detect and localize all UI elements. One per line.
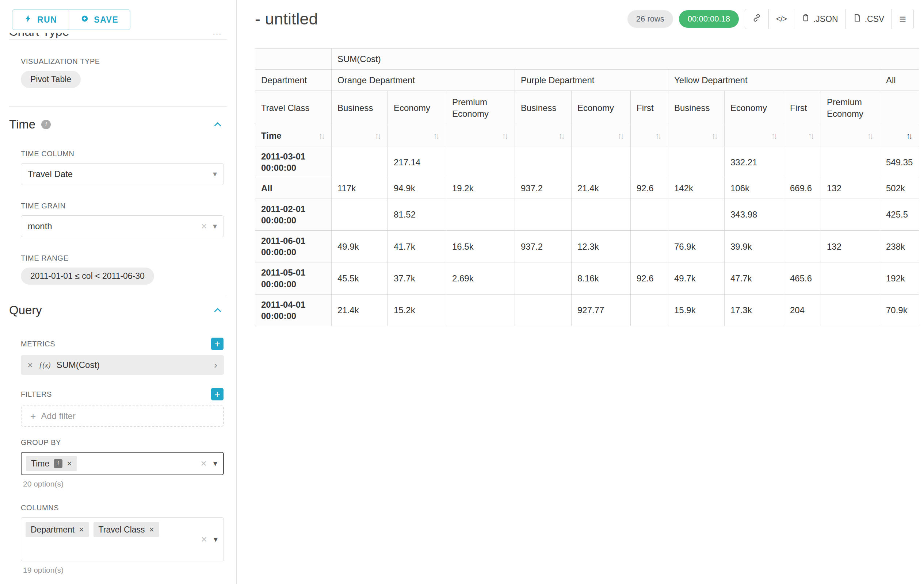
time-range-pill[interactable]: 2011-01-01 ≤ col < 2011-06-30 <box>21 268 154 285</box>
visualization-type-pill[interactable]: Pivot Table <box>21 71 81 88</box>
sort-icon[interactable]: ↑↓ <box>433 130 440 141</box>
metric-header-row: SUM(Cost) <box>255 49 919 70</box>
plus-icon: + <box>30 411 36 422</box>
sortable-column-header: ↑↓ <box>388 125 446 146</box>
collapse-query-chevron-icon[interactable] <box>213 306 223 315</box>
group-by-select[interactable]: Timei× × ▾ <box>21 452 224 475</box>
query-timer-badge: 00:00:00.18 <box>679 10 739 28</box>
value-cell: 142k <box>668 178 724 199</box>
travel-class-header: Business <box>515 91 572 125</box>
clear-icon[interactable]: × <box>201 458 207 469</box>
chevron-right-icon[interactable]: › <box>214 360 217 371</box>
travel-class-header: Economy <box>388 91 446 125</box>
tag-label: Department <box>31 525 74 535</box>
sort-icon[interactable]: ↑↓ <box>771 130 778 141</box>
selected-option-tag[interactable]: Travel Class× <box>94 522 159 537</box>
sortable-column-header: ↑↓ <box>724 125 784 146</box>
menu-button[interactable]: ≡ <box>891 9 914 29</box>
sortable-column-header: ↑↓ <box>880 125 919 146</box>
selected-option-tag[interactable]: Department× <box>26 522 89 537</box>
save-button[interactable]: SAVE <box>69 10 130 30</box>
remove-tag-icon[interactable]: × <box>149 525 154 535</box>
time-section-header: Time i <box>9 118 223 132</box>
value-cell: 17.3k <box>724 294 784 326</box>
export-json-button[interactable]: .JSON <box>794 9 846 29</box>
info-icon: i <box>41 120 51 129</box>
value-cell: 217.14 <box>388 146 446 178</box>
chart-title[interactable]: - untitled <box>255 10 318 28</box>
lightning-icon <box>24 15 32 25</box>
value-cell <box>631 199 668 230</box>
add-filter-plus-button[interactable]: + <box>211 388 223 400</box>
time-grain-select[interactable]: month × ▾ <box>21 216 224 237</box>
sort-icon[interactable]: ↑↓ <box>375 130 382 141</box>
add-metric-button[interactable]: + <box>211 337 223 350</box>
clear-icon[interactable]: × <box>201 220 207 232</box>
value-cell <box>515 199 572 230</box>
remove-tag-icon[interactable]: × <box>67 459 72 469</box>
value-cell <box>821 146 880 178</box>
selected-option-tag[interactable]: Timei× <box>26 456 77 471</box>
view-query-button[interactable]: </> <box>769 9 794 29</box>
sortable-column-header: Time↑↓ <box>255 125 332 146</box>
pivot-table: SUM(Cost)DepartmentOrange DepartmentPurp… <box>255 48 919 326</box>
value-cell: 76.9k <box>668 230 724 262</box>
add-filter-label: Add filter <box>41 411 76 421</box>
time-grain-label: TIME GRAIN <box>21 202 236 210</box>
tag-label: Travel Class <box>99 525 145 535</box>
time-grain-value: month <box>28 221 52 231</box>
value-cell: 106k <box>724 178 784 199</box>
export-button-group: </> .JSON .CSV ≡ <box>745 9 914 29</box>
query-section-header: Query <box>9 303 223 317</box>
value-cell: 39.9k <box>724 230 784 262</box>
columns-select[interactable]: Department×Travel Class× × ▾ <box>21 517 224 561</box>
value-cell: 332.21 <box>724 146 784 178</box>
run-button-label: RUN <box>37 15 57 25</box>
add-filter-button[interactable]: + Add filter <box>21 406 224 427</box>
sort-descending-icon[interactable]: ↑↓ <box>906 130 913 141</box>
sort-icon[interactable]: ↑↓ <box>318 130 325 141</box>
time-column-select[interactable]: Travel Date ▾ <box>21 163 224 185</box>
columns-tags: Department×Travel Class× <box>26 522 159 537</box>
chart-panel: - untitled 26 rows 00:00:00.18 </> <box>237 0 924 584</box>
run-button[interactable]: RUN <box>12 10 69 30</box>
value-cell <box>572 199 631 230</box>
chevron-down-icon[interactable]: ▾ <box>213 222 217 231</box>
sort-icon[interactable]: ↑↓ <box>711 130 718 141</box>
share-link-button[interactable] <box>745 9 769 29</box>
sort-icon[interactable]: ↑↓ <box>655 130 662 141</box>
remove-tag-icon[interactable]: × <box>79 525 84 535</box>
travel-class-corner-label: Travel Class <box>255 91 332 125</box>
travel-class-header: Premium Economy <box>821 91 880 125</box>
clear-icon[interactable]: × <box>201 534 207 545</box>
value-cell <box>668 199 724 230</box>
value-cell: 12.3k <box>572 230 631 262</box>
divider <box>9 295 227 295</box>
chevron-down-icon[interactable]: ▾ <box>213 169 217 179</box>
table-row: 2011-04-01 00:00:0021.4k15.2k927.7715.9k… <box>255 294 919 326</box>
sort-icon[interactable]: ↑↓ <box>502 130 509 141</box>
group-by-options-hint: 20 option(s) <box>23 480 236 489</box>
value-cell: 70.9k <box>880 294 919 326</box>
sort-icon[interactable]: ↑↓ <box>617 130 625 141</box>
chevron-down-icon[interactable]: ▾ <box>214 535 218 544</box>
sortable-column-header: ↑↓ <box>572 125 631 146</box>
time-section-title: Time <box>9 118 35 132</box>
metric-chip[interactable]: × ƒ(x) SUM(Cost) › <box>21 355 224 375</box>
sort-icon[interactable]: ↑↓ <box>558 130 565 141</box>
collapse-time-chevron-icon[interactable] <box>213 120 223 129</box>
sort-icon[interactable]: ↑↓ <box>808 130 815 141</box>
value-cell: 21.4k <box>332 294 388 326</box>
value-cell: 937.2 <box>515 178 572 199</box>
export-csv-button[interactable]: .CSV <box>845 9 892 29</box>
row-label: 2011-04-01 00:00:00 <box>255 294 332 326</box>
visualization-type-label: VISUALIZATION TYPE <box>21 57 236 66</box>
value-cell <box>784 146 821 178</box>
table-row: 2011-02-01 00:00:0081.52343.98425.5 <box>255 199 919 230</box>
remove-metric-icon[interactable]: × <box>27 360 33 371</box>
chevron-down-icon[interactable]: ▾ <box>213 459 217 468</box>
sortable-column-header: ↑↓ <box>668 125 724 146</box>
info-icon: i <box>54 459 63 468</box>
time-range-label: TIME RANGE <box>21 254 236 262</box>
sort-icon[interactable]: ↑↓ <box>867 130 874 141</box>
